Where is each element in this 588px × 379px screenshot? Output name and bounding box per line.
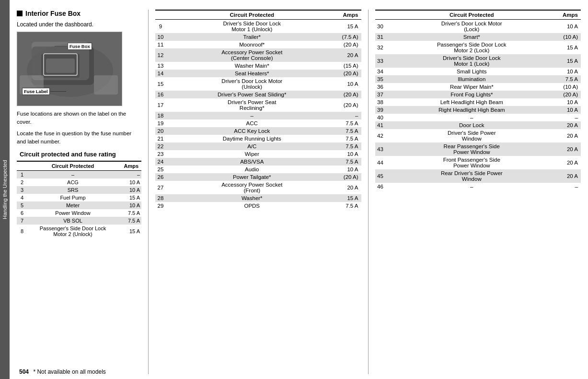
table-row: 38Left Headlight High Beam10 A: [375, 98, 581, 106]
row-num: 25: [155, 166, 166, 173]
row-amps: 7.5 A: [118, 209, 141, 217]
row-num: 29: [155, 202, 166, 210]
row-circuit: ACC Key Lock: [166, 127, 338, 135]
row-amps: 20 A: [558, 156, 581, 169]
table-row: 12Accessory Power Socket(Center Console)…: [155, 48, 361, 62]
section1-title: Interior Fuse Box: [17, 10, 141, 17]
row-circuit: –: [386, 114, 558, 121]
row-num: 4: [17, 194, 27, 201]
row-circuit: Driver's Door Lock Motor(Unlock): [166, 77, 338, 91]
right-fuse-table: Circuit Protected Amps 30Driver's Door L…: [375, 10, 581, 190]
table-row: 16Driver's Power Seat Sliding*(20 A): [155, 91, 361, 98]
row-amps: –: [558, 183, 581, 190]
row-amps: (20 A): [338, 70, 361, 77]
table-row: 29OPDS7.5 A: [155, 202, 361, 210]
row-amps: 15 A: [338, 20, 361, 34]
mid-circuit-header: Circuit Protected: [166, 10, 338, 20]
row-circuit: VB SOL: [27, 217, 118, 225]
row-circuit: Accessory Power Socket(Center Console): [166, 48, 338, 62]
row-num: 21: [155, 135, 166, 142]
row-num: 12: [155, 48, 166, 62]
right-column: Circuit Protected Amps 30Driver's Door L…: [375, 10, 581, 374]
row-circuit: Driver's Side PowerWindow: [386, 129, 558, 142]
row-circuit: Driver's Power Seat Sliding*: [166, 91, 338, 98]
table-row: 30Driver's Door Lock Motor(Lock)10 A: [375, 20, 581, 34]
svg-rect-3: [41, 54, 80, 78]
row-circuit: Washer*: [166, 194, 338, 202]
table-row: 36Rear Wiper Main*(10 A): [375, 83, 581, 91]
row-circuit: SRS: [27, 186, 118, 194]
table-row: 7VB SOL7.5 A: [17, 217, 141, 225]
sidebar-label: Handling the Unexpected: [2, 160, 8, 219]
row-num: 27: [155, 181, 166, 194]
row-amps: (20 A): [338, 173, 361, 181]
right-circuit-header: Circuit Protected: [386, 10, 558, 20]
row-amps: 10 A: [558, 106, 581, 114]
row-circuit: Rear Driver's Side PowerWindow: [386, 169, 558, 183]
row-circuit: Illumination: [386, 75, 558, 83]
mid-amps-header: Amps: [338, 10, 361, 20]
row-num: 38: [375, 98, 386, 106]
row-num: 42: [375, 129, 386, 142]
row-amps: 15 A: [118, 194, 141, 201]
table-row: 28Washer*15 A: [155, 194, 361, 202]
row-circuit: Trailer*: [166, 33, 338, 41]
footer-area: 504 * Not available on all models: [19, 368, 588, 375]
row-amps: (20 A): [558, 91, 581, 98]
row-amps: 10 A: [558, 68, 581, 75]
row-amps: (20 A): [338, 91, 361, 98]
table-row: 32Passenger's Side Door LockMotor 2 (Loc…: [375, 41, 581, 54]
table-row: 37Front Fog Lights*(20 A): [375, 91, 581, 98]
row-amps: 20 A: [558, 142, 581, 156]
mid-num-header: [155, 10, 166, 20]
fuse-box-label: Fuse Box: [68, 43, 92, 50]
row-circuit: –: [27, 171, 118, 179]
row-amps: 7.5 A: [338, 142, 361, 150]
row-circuit: Rear Passenger's SidePower Window: [386, 142, 558, 156]
row-num: 2: [17, 178, 27, 186]
row-amps: 7.5 A: [338, 135, 361, 142]
row-num: 33: [375, 54, 386, 68]
row-num: 26: [155, 173, 166, 181]
row-num: 46: [375, 183, 386, 190]
row-amps: (10 A): [558, 83, 581, 91]
divider2: [368, 10, 369, 374]
right-num-header: [375, 10, 386, 20]
table-row: 40––: [375, 114, 581, 121]
row-circuit: ACC: [166, 119, 338, 127]
row-circuit: Seat Heaters*: [166, 70, 338, 77]
row-num: 13: [155, 62, 166, 70]
row-amps: 10 A: [338, 77, 361, 91]
table-row: 2ACG10 A: [17, 178, 141, 186]
row-amps: –: [338, 112, 361, 119]
row-num: 39: [375, 106, 386, 114]
desc2: Locate the fuse in question by the fuse …: [17, 130, 141, 146]
table-row: 24ABS/VSA7.5 A: [155, 158, 361, 166]
row-num: 6: [17, 209, 27, 217]
section2-title: Circuit protected and fuse rating: [17, 151, 141, 158]
table-row: 39Right Headlight High Beam10 A: [375, 106, 581, 114]
left-column: Interior Fuse Box Located under the dash…: [17, 10, 141, 374]
row-amps: 7.5 A: [338, 119, 361, 127]
row-amps: –: [558, 114, 581, 121]
row-amps: 7.5 A: [118, 217, 141, 225]
table-row: 1––: [17, 171, 141, 179]
small-table-circuit-header: Circuit Protected: [27, 161, 118, 171]
row-circuit: Smart*: [386, 33, 558, 41]
row-num: 36: [375, 83, 386, 91]
table-row: 44Front Passenger's SidePower Window20 A: [375, 156, 581, 169]
fuse-label-label: Fuse Label: [22, 88, 50, 95]
table-row: 21Daytime Running Lights7.5 A: [155, 135, 361, 142]
table-row: 31Smart*(10 A): [375, 33, 581, 41]
row-circuit: Small Lights: [386, 68, 558, 75]
row-circuit: OPDS: [166, 202, 338, 210]
row-amps: 7.5 A: [558, 75, 581, 83]
row-num: 35: [375, 75, 386, 83]
svg-rect-2: [32, 47, 94, 85]
row-amps: (20 A): [338, 41, 361, 48]
right-amps-header: Amps: [558, 10, 581, 20]
svg-rect-4: [46, 59, 75, 73]
row-circuit: Driver's Power SeatReclining*: [166, 98, 338, 112]
section2-title-text: Circuit protected and fuse rating: [20, 151, 116, 158]
row-amps: 20 A: [558, 169, 581, 183]
